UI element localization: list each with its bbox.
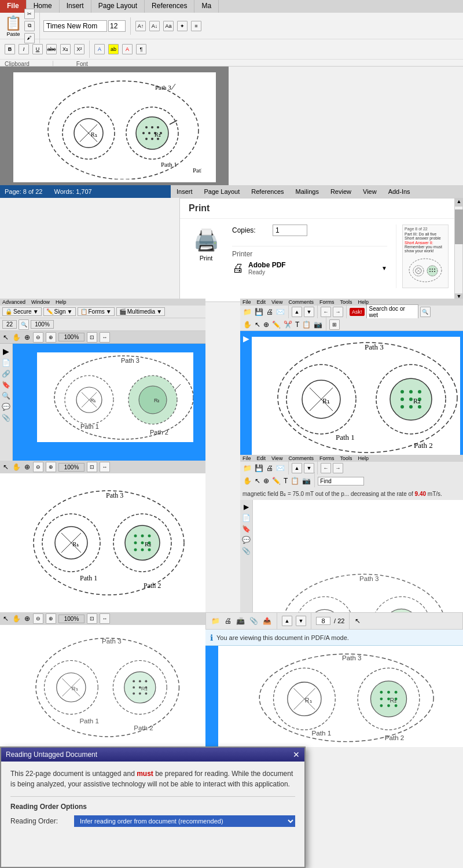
menu-help[interactable]: Help <box>56 299 67 305</box>
clear-format-button[interactable]: ✦ <box>177 21 188 31</box>
search-input-right[interactable]: Search doc or wet <box>366 304 418 319</box>
fit-page-btn-3[interactable]: ⊡ <box>87 613 97 624</box>
tab-ma[interactable]: Ma <box>194 0 219 13</box>
sign-btn[interactable]: ✏️ Sign ▼ <box>43 307 76 316</box>
text-tool-rb[interactable]: T <box>283 476 288 486</box>
menu-comments-right[interactable]: Comments <box>288 299 314 305</box>
sidebar-btn-6[interactable]: 💬 <box>1 402 11 411</box>
menu-forms-right[interactable]: Forms <box>319 299 335 305</box>
expand-btn-r[interactable]: ⊞ <box>329 319 340 330</box>
menu-advanced[interactable]: Advanced <box>2 299 25 305</box>
paste-button[interactable]: 📋 Paste <box>5 15 22 37</box>
print-button-label[interactable]: Print <box>200 255 213 262</box>
font-name-input[interactable]: Times New Rom <box>43 20 107 32</box>
zoom-tool-rb[interactable]: ⊕ <box>263 476 270 486</box>
subscript-button[interactable]: X₂ <box>60 44 71 54</box>
forms-btn[interactable]: 📋 Forms ▼ <box>78 307 115 316</box>
sidebar-page-rb[interactable]: 📄 <box>241 513 251 523</box>
hand-tool-3[interactable]: ✋ <box>12 614 21 623</box>
zoom-value-display-2[interactable]: 100% <box>58 463 84 472</box>
sidebar-annot-rb[interactable]: 💬 <box>241 535 251 545</box>
menu-window[interactable]: Window <box>31 299 50 305</box>
menu-edit-rb[interactable]: Edit <box>257 455 266 461</box>
clip-tool-r[interactable]: ✂️ <box>283 320 293 329</box>
forward-btn-rb[interactable]: → <box>333 463 343 473</box>
highlight-button[interactable]: ab <box>108 44 119 54</box>
secure-btn[interactable]: 🔒 Secure ▼ <box>2 307 42 316</box>
menu-view-rb[interactable]: View <box>271 455 282 461</box>
zoom-tool-1[interactable]: ⊕ <box>24 333 31 342</box>
hand-tool-r[interactable]: ✋ <box>242 320 252 329</box>
zoom-in-btn-1[interactable]: ⊕ <box>46 332 56 343</box>
menu-view-right[interactable]: View <box>271 299 282 305</box>
format-painter-button[interactable]: 🖌 <box>24 33 35 43</box>
menu-forms-rb[interactable]: Forms <box>319 455 335 461</box>
strikethrough-button[interactable]: abc <box>46 44 57 54</box>
pdf-page-input[interactable] <box>316 617 330 625</box>
find-input[interactable] <box>318 477 364 486</box>
form-tool-rb[interactable]: 📋 <box>290 476 300 486</box>
tab2-view[interactable]: View <box>357 187 383 196</box>
fit-width-btn-2[interactable]: ↔ <box>100 462 110 472</box>
search-go-btn[interactable]: 🔍 <box>420 307 431 317</box>
sidebar-expand-rb[interactable]: ▶ <box>243 502 249 512</box>
menu-file-rb[interactable]: File <box>242 455 251 461</box>
zoom-value-display-1[interactable]: 100% <box>58 333 84 341</box>
text-tool-r[interactable]: T <box>295 320 300 329</box>
tab-page-layout[interactable]: Page Layout <box>91 0 145 13</box>
printer-dropdown-icon[interactable]: ▼ <box>381 265 387 271</box>
tab2-mailings[interactable]: Mailings <box>290 187 325 196</box>
menu-tools-rb[interactable]: Tools <box>340 455 352 461</box>
ask-btn[interactable]: Ask! <box>350 308 365 316</box>
superscript-button[interactable]: X² <box>74 44 84 54</box>
sidebar-bkmk-rb[interactable]: 🔖 <box>241 524 251 534</box>
copies-input[interactable] <box>273 225 307 236</box>
sidebar-btn-1[interactable]: ▶ <box>2 346 10 356</box>
pdf-clip-btn[interactable]: 📎 <box>249 616 259 626</box>
tab2-references[interactable]: References <box>245 187 289 196</box>
email-btn-r[interactable]: ✉️ <box>275 307 285 317</box>
page-num-input-left[interactable]: 22 <box>2 320 17 329</box>
font-name-select[interactable]: Times New Rom 12 <box>43 20 126 32</box>
sidebar-btn-3[interactable]: 🔗 <box>1 369 11 378</box>
tab-insert[interactable]: Insert <box>60 0 91 13</box>
pdf-down-btn[interactable]: ▼ <box>296 616 306 626</box>
tab2-insert[interactable]: Insert <box>171 187 199 196</box>
pdf-print-btn[interactable]: 🖨 <box>224 616 232 626</box>
fit-width-btn-3[interactable]: ↔ <box>100 613 110 624</box>
text-effect-button[interactable]: A <box>94 44 105 54</box>
stamp-tool-rb[interactable]: ✏️ <box>271 476 281 486</box>
reading-order-select[interactable]: Infer reading order from document (recom… <box>74 815 295 827</box>
open-btn-r[interactable]: 📁 <box>242 307 252 317</box>
fit-width-btn-1[interactable]: ↔ <box>100 332 110 343</box>
zoom-btn[interactable]: 🔍 <box>19 319 29 330</box>
pdf-send-btn[interactable]: 📤 <box>262 616 272 626</box>
bullets-button[interactable]: ≡ <box>191 21 201 31</box>
prev-page-btn-rb[interactable]: ▲ <box>292 463 302 473</box>
select-tool-r[interactable]: ↖ <box>254 320 261 329</box>
scroll-up[interactable]: ▲ <box>455 198 463 207</box>
tab2-add-ins[interactable]: Add-Ins <box>383 187 416 196</box>
font-grow-button[interactable]: A↑ <box>135 21 146 31</box>
zoom-value-display-3[interactable]: 100% <box>58 615 84 623</box>
tab2-review[interactable]: Review <box>325 187 357 196</box>
multimedia-btn[interactable]: 🎬 Multimedia ▼ <box>116 307 165 316</box>
zoom-input-left[interactable]: 100% <box>31 320 54 329</box>
paragraph-button[interactable]: ¶ <box>136 44 146 54</box>
zoom-tool-3[interactable]: ⊕ <box>24 614 31 623</box>
underline-button[interactable]: U <box>32 44 43 54</box>
prev-page-btn-r[interactable]: ▲ <box>292 307 302 317</box>
font-shrink-button[interactable]: A↓ <box>149 21 160 31</box>
cursor-tool-3[interactable]: ↖ <box>2 614 9 623</box>
cut-button[interactable]: ✂ <box>24 9 35 19</box>
sidebar-layers-rb[interactable]: 📎 <box>241 546 251 556</box>
sidebar-btn-2[interactable]: 📄 <box>1 358 11 367</box>
scroll-thumb[interactable] <box>455 209 463 244</box>
menu-file-right[interactable]: File <box>242 299 251 305</box>
photo-tool-r[interactable]: 📷 <box>313 320 323 329</box>
hand-tool-rb[interactable]: ✋ <box>242 476 252 486</box>
italic-button[interactable]: I <box>19 44 29 54</box>
save-btn-r[interactable]: 💾 <box>254 307 264 317</box>
cursor-tool[interactable]: ↖ <box>2 333 9 342</box>
back-btn-rb[interactable]: ← <box>321 463 331 473</box>
